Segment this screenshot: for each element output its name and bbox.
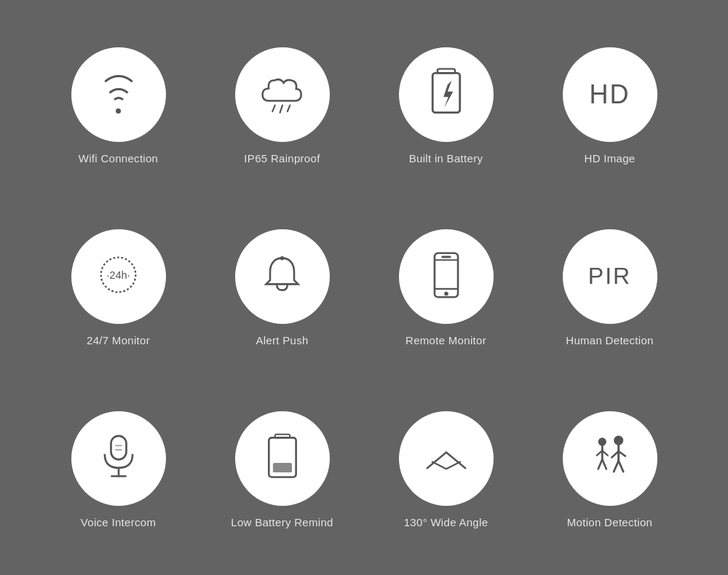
bell-icon	[262, 253, 302, 300]
feature-remote-monitor: Remote Monitor	[371, 211, 521, 364]
svg-rect-13	[111, 436, 126, 460]
wifi-icon	[98, 75, 139, 114]
feature-hd-image: HD HD Image	[535, 29, 684, 182]
svg-line-21	[427, 452, 446, 468]
motion-label: Motion Detection	[567, 516, 652, 528]
angle-icon	[421, 439, 472, 478]
human-circle: PIR	[563, 229, 657, 324]
feature-alert-push: Alert Push	[207, 211, 357, 364]
svg-line-33	[614, 461, 619, 472]
wide-angle-circle	[399, 411, 494, 506]
phone-icon	[429, 250, 464, 303]
motion-icon	[585, 433, 636, 483]
svg-rect-20	[273, 462, 292, 472]
feature-human-detection: PIR Human Detection	[535, 211, 684, 364]
hd-icon: HD	[590, 79, 630, 110]
alert-label: Alert Push	[256, 334, 308, 346]
wifi-label: Wifi Connection	[79, 152, 159, 164]
remote-label: Remote Monitor	[405, 334, 486, 346]
low-battery-icon	[262, 432, 302, 485]
battery-circle	[399, 47, 494, 142]
pir-icon: PIR	[588, 263, 631, 290]
battery-icon	[426, 66, 466, 123]
svg-line-1	[280, 105, 282, 112]
low-battery-label: Low Battery Remind	[231, 516, 333, 528]
human-label: Human Detection	[566, 334, 653, 346]
svg-point-23	[598, 437, 606, 445]
hd-circle: HD	[563, 47, 657, 142]
feature-motion-detection: Motion Detection	[535, 393, 684, 546]
svg-rect-12	[441, 255, 451, 258]
mic-icon	[98, 433, 138, 483]
rainproof-label: IP65 Rainproof	[244, 152, 320, 164]
monitor247-label: 24/7 Monitor	[87, 334, 150, 346]
motion-circle	[563, 411, 657, 506]
low-battery-circle	[235, 411, 330, 506]
svg-line-2	[287, 105, 289, 111]
wifi-circle	[71, 47, 166, 142]
feature-wide-angle: 130° Wide Angle	[371, 393, 521, 546]
voice-circle	[71, 411, 166, 506]
remote-circle	[399, 229, 494, 324]
feature-low-battery: Low Battery Remind	[207, 393, 357, 546]
cloud-rain-icon	[257, 73, 308, 116]
svg-point-29	[614, 436, 623, 445]
svg-point-11	[444, 291, 448, 296]
battery-label: Built in Battery	[409, 152, 483, 164]
247-icon: ·24h·	[91, 255, 146, 298]
svg-line-28	[602, 459, 606, 469]
hd-label: HD Image	[585, 152, 636, 164]
feature-rainproof: IP65 Rainproof	[207, 29, 357, 182]
features-grid: Wifi Connection IP65 Rainproof	[0, 0, 728, 575]
feature-battery: Built in Battery	[371, 29, 521, 182]
feature-247-monitor: ·24h· 24/7 Monitor	[44, 211, 193, 364]
feature-voice-intercom: Voice Intercom	[44, 393, 193, 546]
alert-circle	[235, 229, 330, 324]
monitor247-circle: ·24h·	[71, 229, 166, 324]
voice-label: Voice Intercom	[81, 516, 156, 528]
svg-line-34	[618, 461, 623, 472]
wide-angle-label: 130° Wide Angle	[404, 516, 488, 528]
svg-line-0	[272, 105, 274, 111]
svg-line-27	[598, 459, 602, 469]
feature-wifi-connection: Wifi Connection	[44, 29, 193, 182]
rainproof-circle	[235, 47, 330, 142]
svg-text:·24h·: ·24h·	[106, 269, 130, 281]
svg-line-22	[446, 452, 465, 468]
